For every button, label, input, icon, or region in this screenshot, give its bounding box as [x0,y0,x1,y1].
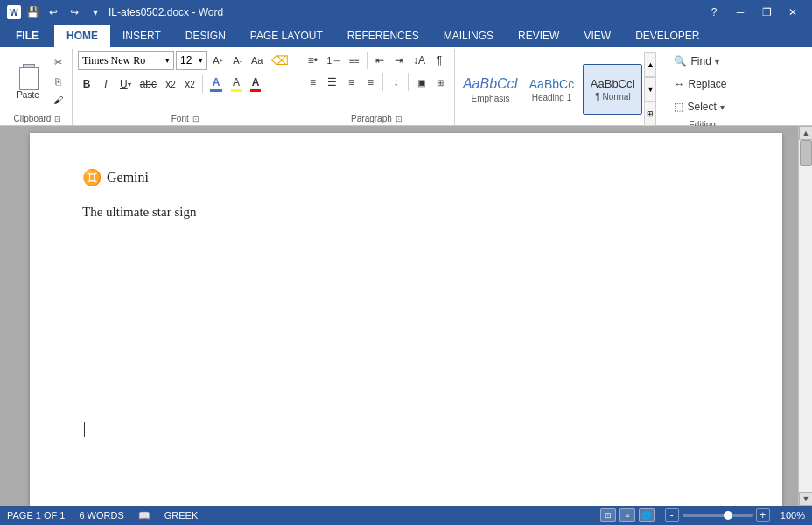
show-formatting-button[interactable]: ¶ [430,51,448,70]
minimize-button[interactable]: ─ [728,4,752,21]
numbering-button[interactable]: 1.─ [323,51,343,70]
tab-mailings[interactable]: MAILINGS [431,24,506,47]
style-items-row: AaBbCcI Emphasis AaBbCc Heading 1 AaBbCc… [460,64,642,115]
scroll-thumb[interactable] [800,140,812,166]
zoom-thumb[interactable] [724,511,732,520]
paragraph-group: ≡• 1.─ ≡≡ ⇤ ⇥ ↕A ¶ ≡ ☰ ≡ ≡ ↕ ▣ ⊞ [298,49,455,125]
paragraph-expand-icon[interactable]: ⊡ [396,115,402,123]
para-divider1 [367,52,368,69]
styles-more-button[interactable]: ⊞ [644,102,656,126]
clear-formatting-button[interactable]: ⌫ [268,51,292,70]
align-left-button[interactable]: ≡ [304,73,321,92]
align-right-button[interactable]: ≡ [342,73,360,92]
highlight-color-button[interactable]: A [228,74,245,94]
document-page[interactable]: ♊ Gemini The ultimate star sign [30,133,782,506]
print-layout-button[interactable]: ⊡ [600,508,616,522]
align-center-button[interactable]: ☰ [323,73,340,92]
doc-scroll-area[interactable]: ♊ Gemini The ultimate star sign [0,126,812,506]
proofing-icon: 📖 [138,510,150,522]
font-name-arrow: ▾ [165,56,170,65]
font-format-row: B I U▾ abc x2 x2 A A [78,74,264,94]
underline-button[interactable]: U▾ [116,74,135,94]
help-button[interactable]: ? [702,4,726,21]
close-button[interactable]: ✕ [780,4,805,21]
document-heading[interactable]: ♊ Gemini [82,168,730,187]
vertical-scrollbar[interactable]: ▲ ▼ [798,126,812,506]
styles-scroll-up[interactable]: ▲ [644,52,656,77]
zoom-controls: - + [665,508,770,522]
justify-button[interactable]: ≡ [361,73,379,92]
decrease-indent-button[interactable]: ⇤ [371,51,388,70]
subscript-button[interactable]: x2 [162,74,179,94]
font-shrink-button[interactable]: A- [228,52,246,69]
cut-button[interactable]: ✂ [49,54,66,72]
window-title: IL-ates0502.docx - Word [108,6,223,18]
tab-home[interactable]: HOME [54,24,110,47]
styles-scroll-down[interactable]: ▼ [644,77,656,102]
tab-file[interactable]: FILE [0,24,54,47]
font-color-button[interactable]: A [247,74,264,94]
tab-developer[interactable]: DEVELOPER [623,24,711,47]
tab-page-layout[interactable]: PAGE LAYOUT [238,24,335,47]
view-buttons: ⊡ ≡ 🌐 [600,508,654,522]
select-button[interactable]: ⬚ Select ▾ [668,96,730,117]
document-body[interactable]: The ultimate star sign [82,205,730,220]
strikethrough-button[interactable]: abc [136,74,160,94]
bullets-button[interactable]: ≡• [304,51,321,70]
superscript-button[interactable]: x2 [181,74,199,94]
font-grow-button[interactable]: A+ [209,52,227,69]
tab-insert[interactable]: INSERT [110,24,173,47]
find-button[interactable]: 🔍 Find ▾ [668,51,724,72]
text-cursor [82,422,85,438]
borders-button[interactable]: ⊞ [431,73,449,92]
styles-area: AaBbCcI Emphasis AaBbCc Heading 1 AaBbCc… [460,64,642,115]
scroll-down-button[interactable]: ▼ [799,492,812,506]
zoom-in-button[interactable]: + [756,508,770,522]
font-expand-icon[interactable]: ⊡ [192,115,200,123]
word-count: 6 WORDS [79,510,123,521]
editing-group: 🔍 Find ▾ ↔ Replace ⬚ Select ▾ Editing [662,49,741,125]
font-name-dropdown[interactable]: Times New Ro ▾ [78,51,174,70]
style-emphasis[interactable]: AaBbCcI Emphasis [460,64,520,115]
gemini-symbol: ♊ [82,168,102,187]
font-size-dropdown[interactable]: 12 ▾ [176,51,207,70]
tab-review[interactable]: REVIEW [506,24,571,47]
clipboard-expand-icon[interactable]: ⊡ [54,115,61,123]
read-mode-button[interactable]: ≡ [620,508,635,522]
change-case-button[interactable]: Aa [248,51,266,70]
sort-button[interactable]: ↕A [410,51,429,70]
undo-button[interactable]: ↩ [44,3,63,22]
line-spacing-button[interactable]: ↕ [387,73,404,92]
customize-qa-button[interactable]: ▾ [86,3,105,22]
document-area: ♊ Gemini The ultimate star sign ▲ ▼ [0,126,812,506]
paste-button[interactable]: Paste [9,58,47,104]
web-layout-button[interactable]: 🌐 [639,508,654,522]
scroll-up-button[interactable]: ▲ [799,126,812,140]
styles-scroll-buttons: ▲ ▼ ⊞ [644,51,656,128]
title-bar: W 💾 ↩ ↪ ▾ IL-ates0502.docx - Word ? ─ ❐ … [0,0,812,24]
italic-button[interactable]: I [97,74,115,94]
tab-view[interactable]: VIEW [571,24,623,47]
clipboard-small-buttons: ✂ ⎘ 🖌 [49,54,66,108]
scroll-track[interactable] [799,140,812,492]
clipboard-label: Clipboard ⊡ [9,111,66,125]
redo-button[interactable]: ↪ [65,3,84,22]
style-normal[interactable]: AaBbCcI ¶ Normal [583,64,642,115]
bold-button[interactable]: B [78,74,95,94]
style-heading1[interactable]: AaBbCc Heading 1 [522,64,581,115]
shading-button[interactable]: ▣ [412,73,430,92]
copy-button[interactable]: ⎘ [49,73,66,90]
zoom-track[interactable] [682,514,752,517]
zoom-out-button[interactable]: - [665,508,679,522]
restore-button[interactable]: ❐ [754,4,779,21]
tab-references[interactable]: REFERENCES [335,24,431,47]
para-divider2 [382,74,383,91]
multilevel-button[interactable]: ≡≡ [346,51,363,70]
tab-design[interactable]: DESIGN [173,24,238,47]
text-effect-button[interactable]: A [206,74,226,94]
format-painter-button[interactable]: 🖌 [49,91,66,108]
para-divider3 [408,74,409,91]
replace-button[interactable]: ↔ Replace [668,74,732,94]
save-button[interactable]: 💾 [23,3,42,22]
increase-indent-button[interactable]: ⇥ [390,51,408,70]
